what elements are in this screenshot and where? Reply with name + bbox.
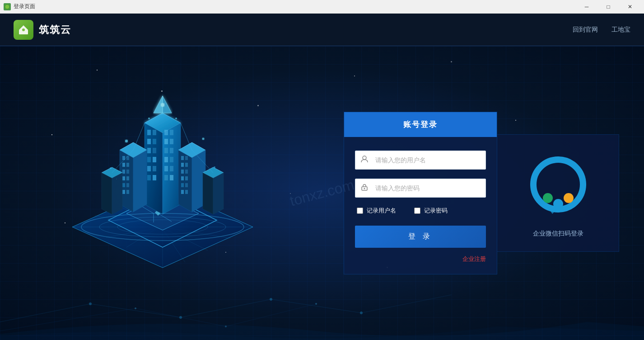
- official-site-link[interactable]: 回到官网: [573, 26, 598, 34]
- remember-username-text: 记录用户名: [367, 207, 396, 215]
- svg-rect-30: [147, 166, 151, 171]
- remember-username-label[interactable]: 记录用户名: [357, 207, 396, 215]
- svg-rect-36: [164, 139, 168, 144]
- wechat-label: 企业微信扫码登录: [533, 230, 583, 238]
- maximize-button[interactable]: □: [598, 0, 619, 14]
- password-input[interactable]: [355, 179, 486, 198]
- network-lines: [0, 286, 644, 340]
- svg-point-116: [270, 298, 272, 301]
- svg-rect-25: [153, 139, 156, 144]
- register-link[interactable]: 企业注册: [355, 255, 486, 263]
- svg-line-113: [226, 304, 316, 326]
- svg-marker-80: [203, 173, 213, 214]
- svg-rect-22: [147, 130, 151, 135]
- svg-rect-71: [185, 176, 188, 180]
- illustration-area: [23, 55, 285, 281]
- svg-rect-65: [185, 156, 188, 160]
- svg-rect-33: [153, 175, 156, 180]
- svg-rect-32: [147, 175, 151, 180]
- titlebar-left: 登录页面: [4, 3, 35, 10]
- remember-password-text: 记录密码: [424, 207, 448, 215]
- password-input-group: [355, 179, 486, 198]
- svg-rect-56: [126, 176, 129, 180]
- svg-point-97: [148, 118, 150, 119]
- svg-rect-64: [181, 156, 184, 160]
- login-form-body: 记录用户名 记录密码 登 录 企业注册: [344, 137, 497, 274]
- svg-marker-48: [133, 150, 147, 212]
- window-controls: ─ □ ✕: [576, 0, 640, 14]
- svg-rect-73: [185, 183, 188, 187]
- svg-rect-26: [147, 148, 151, 153]
- svg-point-3: [22, 28, 25, 31]
- header-nav: 回到官网 工地宝: [573, 26, 630, 34]
- remember-row: 记录用户名 记录密码: [355, 207, 486, 215]
- svg-rect-39: [170, 148, 173, 153]
- titlebar: 登录页面 ─ □ ✕: [0, 0, 644, 14]
- minimize-button[interactable]: ─: [576, 0, 597, 14]
- logo-text: 筑筑云: [39, 23, 71, 37]
- svg-point-104: [564, 193, 574, 203]
- building-illustration: [36, 60, 289, 281]
- user-icon: [360, 155, 369, 165]
- remember-password-label[interactable]: 记录密码: [414, 207, 448, 215]
- svg-rect-59: [122, 190, 125, 194]
- svg-rect-34: [164, 130, 168, 135]
- svg-rect-60: [126, 190, 129, 194]
- svg-rect-54: [126, 170, 129, 174]
- close-button[interactable]: ✕: [620, 0, 640, 14]
- username-input[interactable]: [355, 151, 486, 170]
- svg-rect-43: [170, 166, 173, 171]
- svg-rect-29: [153, 157, 156, 162]
- app-logo: 筑筑云: [14, 20, 71, 40]
- svg-point-101: [364, 188, 365, 189]
- svg-line-106: [0, 304, 90, 322]
- svg-point-94: [110, 167, 112, 169]
- wechat-qr-area: [522, 148, 594, 221]
- svg-point-103: [553, 199, 563, 209]
- svg-rect-55: [122, 176, 125, 180]
- main-content: tonxz.com 账号登录: [0, 46, 644, 340]
- svg-rect-51: [122, 163, 125, 167]
- svg-line-108: [181, 299, 271, 317]
- svg-rect-38: [164, 148, 168, 153]
- svg-rect-31: [153, 166, 156, 171]
- svg-line-110: [361, 295, 452, 313]
- svg-point-93: [202, 138, 205, 140]
- svg-rect-44: [164, 175, 168, 180]
- svg-point-92: [125, 140, 128, 142]
- svg-rect-67: [185, 163, 188, 167]
- svg-rect-42: [164, 166, 168, 171]
- lock-icon: [360, 183, 369, 193]
- window-title: 登录页面: [14, 3, 35, 10]
- worksite-treasure-link[interactable]: 工地宝: [611, 26, 630, 34]
- svg-rect-58: [126, 183, 129, 187]
- svg-point-120: [315, 303, 317, 305]
- svg-rect-27: [153, 148, 156, 153]
- svg-rect-72: [181, 183, 184, 187]
- login-button[interactable]: 登 录: [355, 226, 486, 248]
- svg-point-98: [175, 118, 177, 119]
- svg-rect-37: [170, 139, 173, 144]
- wechat-logo-svg: [524, 151, 592, 218]
- login-form-card: 账号登录: [344, 112, 497, 274]
- remember-password-checkbox[interactable]: [414, 208, 420, 214]
- app-icon: [4, 3, 11, 10]
- svg-point-114: [89, 302, 92, 305]
- svg-point-0: [5, 5, 9, 9]
- svg-point-117: [360, 312, 363, 314]
- svg-point-115: [179, 316, 182, 319]
- login-tab-header: 账号登录: [344, 112, 497, 137]
- svg-rect-74: [181, 190, 184, 194]
- svg-rect-70: [181, 176, 184, 180]
- svg-rect-66: [181, 163, 184, 167]
- svg-line-107: [90, 304, 181, 317]
- svg-marker-77: [102, 173, 112, 214]
- svg-rect-35: [170, 130, 173, 135]
- app-header: 筑筑云 回到官网 工地宝: [0, 14, 644, 46]
- svg-rect-53: [122, 170, 125, 174]
- svg-rect-41: [170, 157, 173, 162]
- svg-marker-81: [213, 173, 224, 214]
- remember-username-checkbox[interactable]: [357, 208, 363, 214]
- svg-point-118: [135, 307, 136, 309]
- svg-point-99: [363, 156, 366, 160]
